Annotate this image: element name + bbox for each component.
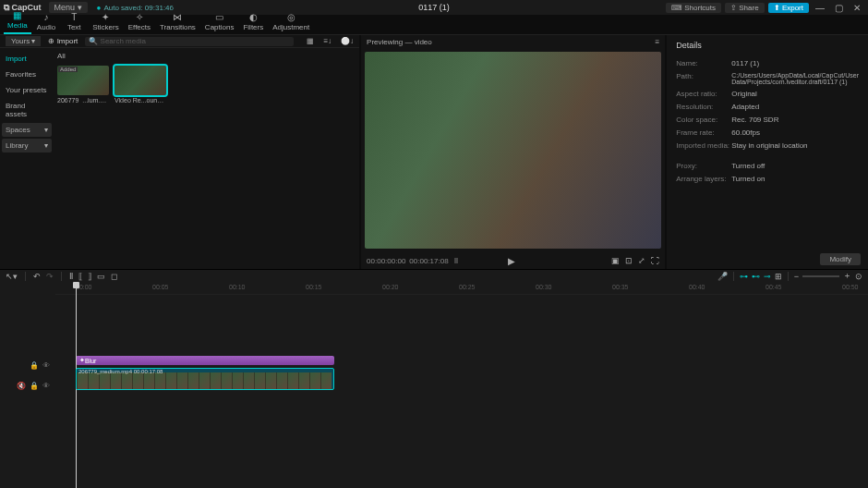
redo-icon[interactable]: ↷	[46, 272, 54, 281]
split-left-icon[interactable]: ⟦	[78, 272, 82, 281]
preview-axis-icon[interactable]: ⊸	[764, 272, 771, 281]
video-clip[interactable]: 206779_medium.mp4 00:00:17:08 ▦Cover	[76, 368, 334, 390]
detail-label: Resolution:	[676, 103, 731, 111]
sidebar-import[interactable]: Import	[2, 52, 52, 66]
sidebar-brand[interactable]: Brand assets	[2, 99, 52, 121]
sort-icon[interactable]: ≡↓	[323, 37, 332, 45]
sidebar-library[interactable]: Library▾	[2, 139, 52, 152]
link-icon[interactable]: ⊷	[752, 272, 760, 281]
tab-transitions[interactable]: ⋈Transitions	[156, 9, 199, 34]
delete-icon[interactable]: ▭	[97, 272, 105, 281]
tab-adjustment[interactable]: ◎Adjustment	[269, 9, 313, 34]
preview-menu-icon[interactable]: ≡	[656, 38, 660, 46]
import-button[interactable]: ⊕ Import	[48, 37, 78, 45]
timeline: 🔒👁 🔇🔒👁 00:00 00:05 00:10 00:15 00:20 00:…	[0, 282, 868, 488]
detail-value: 60.00fps	[731, 128, 859, 137]
sidebar-spaces[interactable]: Spaces▾	[2, 123, 52, 137]
adjustment-icon: ◎	[272, 12, 309, 22]
yours-dropdown[interactable]: Yours ▾	[6, 36, 41, 46]
filter-all[interactable]: All	[57, 52, 356, 60]
play-button[interactable]: ▶	[508, 256, 515, 266]
share-button[interactable]: ⇪ Share	[725, 3, 765, 13]
effect-clip[interactable]: ✦ Blur	[76, 356, 334, 365]
fullscreen-icon[interactable]: ⛶	[651, 256, 659, 265]
media-thumbnail[interactable]: Added 206779_...ium.mp4	[57, 66, 109, 104]
track-toggle-icon[interactable]: ⊞	[775, 272, 782, 281]
effect-track-head: 🔒👁	[0, 356, 55, 374]
detail-value: Adapted	[731, 103, 859, 111]
stickers-icon: ✦	[92, 12, 118, 22]
project-title: 0117 (1)	[418, 3, 450, 12]
total-time: 00:00:17:08	[409, 257, 448, 265]
zoom-in-icon[interactable]: ＋	[843, 270, 851, 282]
tab-filters[interactable]: ◐Filters	[239, 9, 267, 34]
lock-icon[interactable]: 🔒	[30, 361, 39, 370]
detail-label: Proxy:	[676, 162, 731, 170]
detail-label: Color space:	[676, 116, 731, 124]
media-sidebar: Import Favorites Your presets Brand asse…	[0, 48, 54, 269]
maximize-icon[interactable]: ▢	[831, 3, 846, 13]
chevron-down-icon: ▾	[44, 141, 48, 150]
export-button[interactable]: ⬆ Export	[768, 3, 809, 13]
timeline-toolbar: ↖▾ ↶ ↷ Ⅱ ⟦ ⟧ ▭ ◻ 🎤 ⊶ ⊷ ⊸ ⊞ − ＋ ⊙	[0, 269, 868, 282]
detail-label: Aspect ratio:	[676, 90, 731, 98]
sidebar-favorites[interactable]: Favorites	[2, 67, 52, 81]
search-input[interactable]: 🔍 Search media	[85, 37, 294, 46]
details-panel: Details Name:0117 (1) Path:C:/Users/User…	[667, 35, 868, 269]
video-track-head: 🔇🔒👁	[0, 374, 55, 396]
lock-icon[interactable]: 🔒	[30, 382, 39, 390]
grid-view-icon[interactable]: ▦	[307, 37, 314, 45]
timeline-ruler[interactable]: 00:00 00:05 00:10 00:15 00:20 00:25 00:3…	[55, 282, 868, 295]
filters-icon: ◐	[243, 12, 263, 22]
current-time: 00:00:00:00	[367, 257, 405, 265]
crop-icon[interactable]: ◻	[111, 272, 117, 281]
scale-icon[interactable]: ⤢	[638, 256, 645, 265]
compare-icon[interactable]: ▣	[611, 256, 620, 265]
fit-icon[interactable]: ⊙	[855, 272, 862, 281]
split-right-icon[interactable]: ⟧	[88, 272, 91, 281]
transitions-icon: ⋈	[160, 12, 196, 22]
mic-icon[interactable]: 🎤	[717, 272, 728, 281]
pointer-tool-icon[interactable]: ↖▾	[6, 272, 18, 281]
detail-label: Path:	[676, 72, 731, 85]
minimize-icon[interactable]: —	[813, 3, 827, 13]
shortcuts-button[interactable]: ⌨ Shortcuts	[666, 3, 721, 13]
split-icon[interactable]: Ⅱ	[69, 272, 73, 281]
captions-icon: ▭	[205, 12, 235, 22]
filter-icon[interactable]: ⚪↓	[341, 37, 354, 45]
detail-label: Frame rate:	[676, 128, 731, 137]
tab-media[interactable]: ▦Media	[4, 7, 31, 34]
media-icon: ▦	[7, 10, 28, 20]
tab-audio[interactable]: ♪Audio	[33, 9, 59, 34]
visibility-icon[interactable]: 👁	[42, 382, 50, 390]
added-badge: Added	[58, 67, 78, 72]
snap-icon[interactable]: ⊶	[740, 272, 748, 281]
mute-icon[interactable]: 🔇	[17, 382, 26, 390]
detail-value: Turned off	[731, 162, 859, 170]
detail-label: Imported media:	[676, 141, 731, 150]
text-icon: T	[65, 12, 83, 22]
thumbnail-name: 206779_...ium.mp4	[57, 97, 109, 104]
aspect-icon[interactable]: ⊡	[625, 256, 633, 265]
visibility-icon[interactable]: 👁	[42, 361, 50, 370]
category-tabs: ▦Media ♪Audio TText ✦Stickers ✧Effects ⋈…	[0, 15, 868, 35]
zoom-slider[interactable]	[802, 275, 839, 277]
detail-value: Turned on	[731, 175, 859, 183]
tab-effects[interactable]: ✧Effects	[125, 9, 154, 34]
detail-label: Name:	[676, 59, 731, 67]
tab-text[interactable]: TText	[61, 9, 87, 34]
preview-title: Previewing — video	[367, 38, 432, 46]
effects-icon: ✧	[128, 12, 151, 22]
detail-value: Original	[731, 90, 859, 98]
media-thumbnail[interactable]: Video Re...ound.mp4	[115, 66, 166, 104]
video-preview[interactable]	[365, 52, 661, 249]
sidebar-presets[interactable]: Your presets	[2, 83, 52, 97]
zoom-out-icon[interactable]: −	[794, 272, 799, 281]
tab-captions[interactable]: ▭Captions	[201, 9, 238, 34]
modify-button[interactable]: Modify	[820, 253, 861, 265]
undo-icon[interactable]: ↶	[33, 272, 41, 281]
tab-stickers[interactable]: ✦Stickers	[89, 9, 122, 34]
chevron-down-icon: ▾	[44, 126, 48, 134]
details-title: Details	[676, 41, 859, 50]
close-icon[interactable]: ✕	[850, 3, 864, 13]
